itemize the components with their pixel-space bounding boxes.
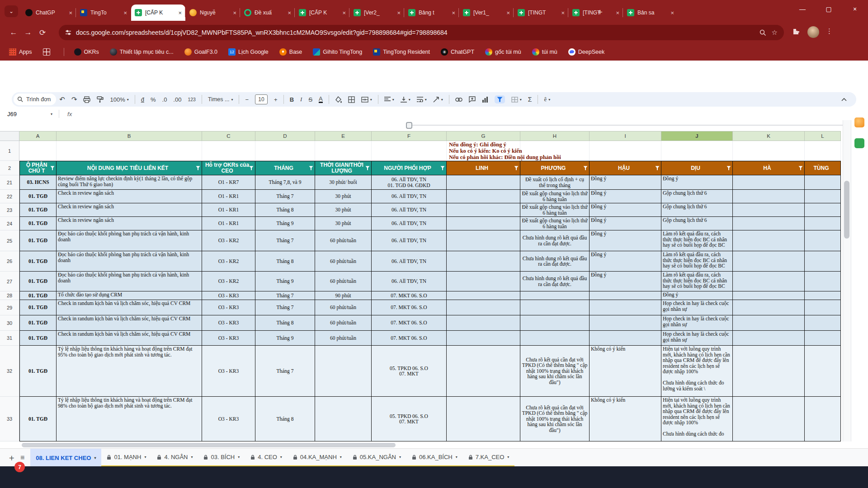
table-header-A[interactable]: Ộ PHẬN CHỦ T [19, 161, 57, 175]
zoom-page-icon[interactable] [760, 29, 766, 36]
sheet-tab-menu-icon[interactable]: ▾ [340, 455, 342, 459]
sheet-tab-menu-icon[interactable]: ▾ [456, 455, 458, 459]
filter-funnel-icon[interactable] [514, 166, 519, 170]
sheet-tab-menu-icon[interactable]: ▾ [144, 455, 146, 459]
table-cell[interactable]: Làm rõ kết quả đầu ra, cách thức thực hi… [661, 251, 733, 272]
row1-cell-F[interactable] [372, 141, 447, 161]
table-cell[interactable]: Không có ý kiến [590, 397, 661, 441]
table-header-E[interactable]: THỜI GIAN/THỜI LƯỢNG [315, 161, 372, 175]
table-cell[interactable]: 60 phút/tuần [315, 272, 372, 291]
font-size-input[interactable]: 10 [255, 94, 268, 104]
table-cell[interactable]: Đồng ý [590, 175, 661, 190]
table-cell[interactable]: 01. TGĐ [19, 230, 57, 251]
table-cell[interactable]: Đề xuất có lịch cố định + cụ thể trong t… [520, 175, 590, 190]
table-cell[interactable]: Gộp chung lịch thứ 6 [661, 203, 733, 217]
table-cell[interactable]: 06. All TĐV, TN 01. TGĐ 04. GĐKD [372, 175, 447, 190]
table-cell[interactable] [733, 291, 805, 300]
table-cell[interactable]: 06. All TĐV, TN [372, 190, 447, 203]
table-cell[interactable]: Tháng 9 [255, 272, 315, 291]
bold-button[interactable]: B [290, 96, 294, 103]
table-cell[interactable] [733, 331, 805, 346]
table-cell[interactable]: Tháng 8 [255, 251, 315, 272]
browser-tab[interactable]: Bản sa× [623, 5, 678, 21]
table-cell[interactable]: Tháng 7 [255, 230, 315, 251]
column-header-L[interactable]: L [805, 131, 841, 141]
table-cell[interactable]: Tháng 9 [255, 217, 315, 230]
table-cell[interactable]: Tháng 7 [255, 291, 315, 300]
table-cell[interactable] [447, 203, 520, 217]
tab-close-icon[interactable]: × [561, 9, 565, 16]
column-header-D[interactable]: D [255, 131, 315, 141]
table-cell[interactable] [447, 315, 520, 331]
table-header-K[interactable]: HÀ [733, 161, 805, 175]
table-header-L[interactable]: TÙNG [805, 161, 841, 175]
bookmark-item[interactable]: Thiết lập mục tiêu c... [110, 48, 174, 56]
table-cell[interactable]: O3 - KR3 [202, 300, 255, 315]
row-header-33[interactable]: 33 [0, 397, 19, 441]
table-cell[interactable] [733, 217, 805, 230]
table-cell[interactable]: Check in review ngân sách [57, 217, 202, 230]
row1-cell-E[interactable] [315, 141, 372, 161]
row-header-27[interactable]: 27 [0, 272, 19, 291]
percent-format-button[interactable]: % [151, 96, 156, 103]
table-cell[interactable] [805, 315, 841, 331]
table-cell[interactable]: Gộp chung lịch thứ 6 [661, 217, 733, 230]
bookmark-item[interactable]: túi mù [532, 48, 557, 56]
table-cell[interactable] [805, 331, 841, 346]
browser-tab[interactable]: [Ver1_× [459, 5, 514, 21]
column-header-I[interactable]: I [590, 131, 661, 141]
bookmark-item[interactable]: Base [279, 48, 302, 56]
table-cell[interactable]: 60 phút/tuần [315, 300, 372, 315]
table-cell[interactable]: O3 - KR2 [202, 230, 255, 251]
sheet-tab[interactable]: 05.KA_NGÂN▾ [347, 449, 406, 467]
row1-cell-K[interactable] [733, 141, 805, 161]
tab-close-icon[interactable]: × [616, 9, 619, 16]
table-cell[interactable]: 06. All TĐV, TN [372, 272, 447, 291]
table-cell[interactable]: Đồng ý [590, 251, 661, 272]
table-cell[interactable]: 01. TGĐ [19, 397, 57, 441]
table-header-J[interactable]: DỊU [661, 161, 733, 175]
table-cell[interactable]: 01. TGĐ [19, 331, 57, 346]
collapse-toolbar-icon[interactable] [841, 98, 847, 101]
notification-badge[interactable]: 7 [14, 462, 25, 472]
tab-close-icon[interactable]: × [452, 9, 455, 16]
table-cell[interactable]: Họp check in hay là check cuộc gọi nhân … [661, 331, 733, 346]
window-close-button[interactable]: × [842, 0, 868, 18]
table-cell[interactable]: Hiện tại với luồng quy trình mới, khách … [661, 397, 733, 441]
browser-tab[interactable]: [CẤP K× [295, 5, 349, 21]
table-header-B[interactable]: NỘI DUNG MỤC TIÊU LIÊN KẾT [57, 161, 202, 175]
side-panel-green-icon[interactable] [854, 138, 864, 148]
undo-button[interactable]: ↶ [59, 95, 65, 103]
browser-tab[interactable]: [Ver2_× [350, 5, 404, 21]
increase-decimal-button[interactable]: .00 [173, 96, 181, 103]
table-cell[interactable]: Chưa hình dung rõ kết quả đầu ra cần đạt… [520, 251, 590, 272]
side-panel-orange-icon[interactable] [854, 117, 864, 127]
table-cell[interactable]: Check in review ngân sách [57, 203, 202, 217]
text-color-button[interactable]: A [319, 96, 323, 103]
fill-color-button[interactable] [335, 96, 342, 103]
table-cell[interactable]: Đề xuất gộp chung vào lịch thứ 6 hàng tu… [520, 217, 590, 230]
table-cell[interactable]: O3 - KR3 [202, 331, 255, 346]
row-header-24[interactable]: 24 [0, 217, 19, 230]
increase-font-size-button[interactable]: + [274, 96, 278, 103]
table-cell[interactable]: 07. MKT 06. S.O [372, 315, 447, 331]
row-header-30[interactable]: 30 [0, 315, 19, 331]
table-cell[interactable]: O3 - KR2 [202, 251, 255, 272]
sheet-tab-menu-icon[interactable]: ▾ [280, 455, 282, 459]
bookmark-item[interactable] [43, 48, 53, 56]
table-cell[interactable] [805, 272, 841, 291]
functions-button[interactable]: Σ [528, 96, 532, 103]
table-cell[interactable] [447, 397, 520, 441]
row-header-29[interactable]: 29 [0, 300, 19, 315]
table-cell[interactable]: 90 phút [315, 291, 372, 300]
bookmark-item[interactable]: OKRs [74, 48, 99, 56]
table-views-button[interactable]: ▾ [511, 97, 522, 103]
table-cell[interactable]: 01. TGĐ [19, 300, 57, 315]
spreadsheet-grid[interactable]: ABCDEFGHIJKL12Nếu đồng ý: Ghi đồng ýNếu … [0, 120, 843, 441]
table-cell[interactable] [520, 300, 590, 315]
table-cell[interactable]: Tổ chức đào tạo sử dụng CRM [57, 291, 202, 300]
tab-close-icon[interactable]: × [397, 9, 401, 16]
sheet-tab[interactable]: 04.KA_MẠNH▾ [288, 449, 347, 467]
column-header-A[interactable]: A [19, 131, 57, 141]
row-header-28[interactable]: 28 [0, 291, 19, 300]
